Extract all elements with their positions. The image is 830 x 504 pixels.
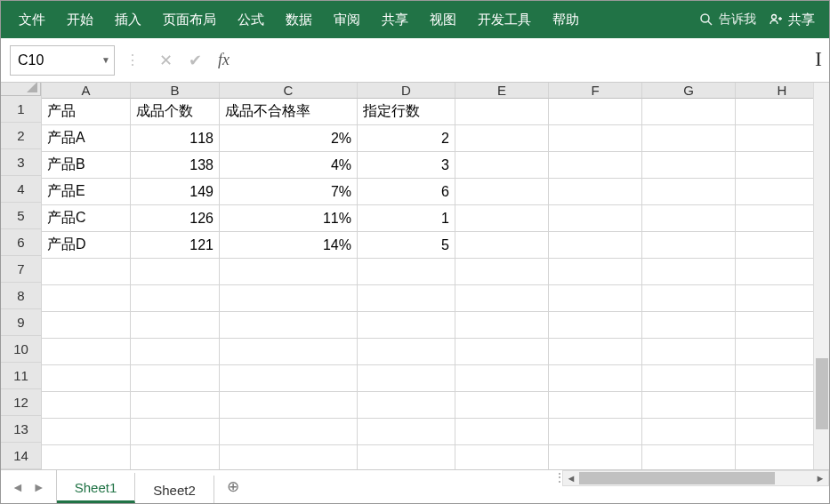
cell-A5[interactable]: 产品C	[42, 205, 131, 232]
cell-G8[interactable]	[642, 285, 736, 312]
cell-F12[interactable]	[549, 392, 642, 419]
ribbon-tab-文件[interactable]: 文件	[8, 3, 56, 37]
ribbon-tab-数据[interactable]: 数据	[275, 3, 323, 37]
cell-B12[interactable]	[131, 392, 220, 419]
cell-C2[interactable]: 2%	[220, 125, 358, 152]
cell-C13[interactable]	[220, 419, 358, 445]
cell-F3[interactable]	[549, 152, 642, 179]
cell-D3[interactable]: 3	[358, 152, 455, 179]
row-header-1[interactable]: 1	[1, 96, 41, 123]
cell-A13[interactable]	[42, 419, 131, 445]
cell-C10[interactable]	[220, 339, 358, 365]
cell-A14[interactable]	[42, 445, 131, 469]
cell-D13[interactable]	[358, 419, 455, 445]
cell-B2[interactable]: 118	[131, 125, 220, 152]
cell-G11[interactable]	[642, 365, 736, 392]
cell-F10[interactable]	[549, 339, 642, 365]
row-header-12[interactable]: 12	[1, 389, 41, 416]
cell-A1[interactable]: 产品	[42, 99, 131, 125]
cell-E14[interactable]	[455, 445, 549, 469]
cell-F14[interactable]	[549, 445, 642, 469]
cell-B13[interactable]	[131, 419, 220, 445]
cell-A2[interactable]: 产品A	[42, 125, 131, 152]
cell-D14[interactable]	[358, 445, 455, 469]
scroll-right-icon[interactable]: ►	[812, 473, 828, 484]
cell-C1[interactable]: 成品不合格率	[220, 99, 358, 125]
name-box[interactable]: C10 ▼	[10, 45, 115, 76]
cell-B6[interactable]: 121	[131, 232, 220, 259]
cell-A4[interactable]: 产品E	[42, 179, 131, 205]
cell-F1[interactable]	[549, 99, 642, 125]
row-header-14[interactable]: 14	[1, 443, 41, 469]
horizontal-scroll-thumb[interactable]	[579, 472, 775, 484]
cell-D12[interactable]	[358, 392, 455, 419]
cell-A9[interactable]	[42, 312, 131, 339]
tell-me-search[interactable]: 告诉我	[699, 12, 756, 28]
row-header-6[interactable]: 6	[1, 229, 41, 256]
cell-G1[interactable]	[642, 99, 736, 125]
cell-B1[interactable]: 成品个数	[131, 99, 220, 125]
cell-C5[interactable]: 11%	[220, 205, 358, 232]
cell-F4[interactable]	[549, 179, 642, 205]
cell-A8[interactable]	[42, 285, 131, 312]
cell-C9[interactable]	[220, 312, 358, 339]
cell-G10[interactable]	[642, 339, 736, 365]
row-header-9[interactable]: 9	[1, 309, 41, 336]
cell-G6[interactable]	[642, 232, 736, 259]
row-header-4[interactable]: 4	[1, 176, 41, 203]
cell-E3[interactable]	[455, 152, 549, 179]
cell-D11[interactable]	[358, 365, 455, 392]
cell-A10[interactable]	[42, 339, 131, 365]
cell-F8[interactable]	[549, 285, 642, 312]
cell-G13[interactable]	[642, 419, 736, 445]
row-header-13[interactable]: 13	[1, 416, 41, 443]
column-header-F[interactable]: F	[549, 83, 642, 99]
cell-B5[interactable]: 126	[131, 205, 220, 232]
row-header-7[interactable]: 7	[1, 256, 41, 283]
cell-D10[interactable]	[358, 339, 455, 365]
cell-G9[interactable]	[642, 312, 736, 339]
cell-B9[interactable]	[131, 312, 220, 339]
cell-D9[interactable]	[358, 312, 455, 339]
row-header-5[interactable]: 5	[1, 203, 41, 229]
cell-F9[interactable]	[549, 312, 642, 339]
column-header-G[interactable]: G	[642, 83, 736, 99]
cell-E13[interactable]	[455, 419, 549, 445]
cell-G2[interactable]	[642, 125, 736, 152]
ribbon-tab-开发工具[interactable]: 开发工具	[467, 3, 542, 37]
row-header-3[interactable]: 3	[1, 149, 41, 176]
cell-E6[interactable]	[455, 232, 549, 259]
cell-B7[interactable]	[131, 259, 220, 285]
row-header-11[interactable]: 11	[1, 363, 41, 389]
cell-D2[interactable]: 2	[358, 125, 455, 152]
cell-C6[interactable]: 14%	[220, 232, 358, 259]
cell-G3[interactable]	[642, 152, 736, 179]
column-header-C[interactable]: C	[220, 83, 358, 99]
cell-D8[interactable]	[358, 285, 455, 312]
cell-G7[interactable]	[642, 259, 736, 285]
cell-E5[interactable]	[455, 205, 549, 232]
cell-F13[interactable]	[549, 419, 642, 445]
cell-B8[interactable]	[131, 285, 220, 312]
ribbon-tab-视图[interactable]: 视图	[419, 3, 467, 37]
cell-D1[interactable]: 指定行数	[358, 99, 455, 125]
cell-F7[interactable]	[549, 259, 642, 285]
cell-E9[interactable]	[455, 312, 549, 339]
cell-C11[interactable]	[220, 365, 358, 392]
ribbon-tab-公式[interactable]: 公式	[227, 3, 275, 37]
sheet-nav-buttons[interactable]: ◄ ►	[1, 470, 57, 503]
fx-label[interactable]: fx	[218, 51, 230, 69]
cell-E4[interactable]	[455, 179, 549, 205]
cell-E12[interactable]	[455, 392, 549, 419]
cell-B3[interactable]: 138	[131, 152, 220, 179]
cell-F11[interactable]	[549, 365, 642, 392]
ribbon-tab-帮助[interactable]: 帮助	[542, 3, 590, 37]
share-button[interactable]: 共享	[769, 12, 815, 28]
cell-A12[interactable]	[42, 392, 131, 419]
sheet-tab-Sheet1[interactable]: Sheet1	[57, 473, 136, 503]
scroll-left-icon[interactable]: ◄	[563, 473, 579, 484]
cell-C7[interactable]	[220, 259, 358, 285]
cell-G12[interactable]	[642, 392, 736, 419]
ribbon-tab-共享[interactable]: 共享	[371, 3, 419, 37]
cell-C8[interactable]	[220, 285, 358, 312]
